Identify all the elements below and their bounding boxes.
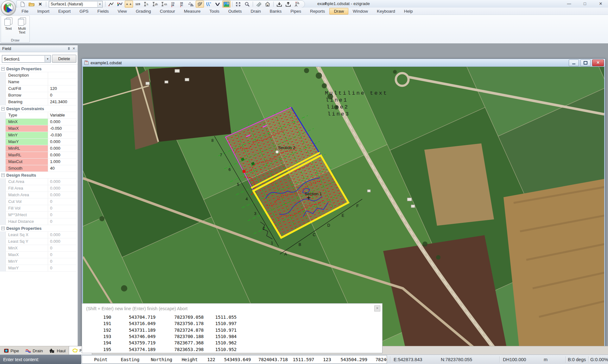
toolbar-overflow-icon[interactable]: ▾ (325, 2, 326, 5)
tab-haul[interactable]: Haul (46, 347, 69, 355)
group-header-design-properties-2[interactable]: Design Properties (0, 225, 77, 232)
menu-drain[interactable]: Drain (246, 8, 265, 15)
zoom-icon[interactable] (243, 1, 251, 8)
group-header-design-results[interactable]: Design Results (0, 172, 77, 179)
menu-grading[interactable]: Grading (131, 8, 155, 15)
label-ah-icon[interactable]: Ah (160, 1, 168, 8)
property-row[interactable]: Cut/Fill120 (0, 85, 77, 92)
menu-draw[interactable]: Draw (329, 8, 348, 15)
property-row[interactable]: MinX0 (0, 245, 77, 252)
doc-maximize-button[interactable] (580, 60, 591, 66)
surface-selector[interactable]: Surface1 (Natural) ▼ (49, 1, 103, 8)
cross-sections-icon[interactable] (255, 1, 263, 8)
menu-outlets[interactable]: Outlets (224, 8, 246, 15)
property-value[interactable]: -0.030 (48, 132, 77, 138)
delete-section-button[interactable]: Delete (52, 55, 76, 63)
tab-pipe[interactable]: Pipe (1, 347, 22, 355)
property-value[interactable]: 40 (48, 165, 77, 172)
property-value[interactable]: 0.000 (48, 145, 77, 152)
triangulation-icon[interactable] (187, 1, 195, 8)
text-button[interactable]: Text (2, 17, 15, 34)
gps-icon[interactable] (293, 1, 301, 8)
property-row[interactable]: Fill Vol0 (0, 205, 77, 212)
property-row[interactable]: TypeVariable (0, 112, 77, 119)
menu-banks[interactable]: Banks (265, 8, 286, 15)
code-labels-icon[interactable]: CODE (169, 1, 177, 8)
menu-import[interactable]: Import (33, 8, 54, 15)
doc-close-button[interactable]: ✕ (592, 60, 604, 66)
label-dh-icon[interactable]: dh (151, 1, 160, 8)
property-row[interactable]: MaxY0.000 (0, 139, 77, 145)
property-row[interactable]: Smooth40 (0, 165, 77, 172)
property-row[interactable]: Bearing241.3400 (0, 99, 77, 105)
description-labels-icon[interactable]: DESC (178, 1, 186, 8)
swales-icon[interactable] (205, 1, 213, 8)
property-value[interactable]: 1.000 (48, 159, 77, 165)
property-value[interactable]: 0.000 (48, 152, 77, 158)
group-header-design-constraints[interactable]: Design Constraints (0, 105, 77, 112)
multi-text-button[interactable]: Multi Text (16, 17, 28, 34)
property-row[interactable]: M**3/Hect0 (0, 212, 77, 218)
property-row[interactable]: MinY-0.030 (0, 132, 77, 139)
tab-drain[interactable]: Drain (22, 347, 46, 355)
property-value[interactable]: 241.3400 (48, 99, 77, 105)
property-value[interactable] (48, 72, 77, 78)
app-logo-icon[interactable] (1, 0, 16, 15)
doc-minimize-button[interactable] (569, 60, 579, 66)
pin-icon[interactable] (66, 46, 71, 51)
property-row[interactable]: MaxX-0.050 (0, 125, 77, 132)
property-row[interactable]: Fill Area0.000 (0, 185, 77, 192)
menu-pipes[interactable]: Pipes (286, 8, 306, 15)
panel-close-icon[interactable]: ✕ (71, 46, 76, 51)
property-value[interactable]: -0.050 (48, 125, 77, 132)
delete-icon[interactable]: ✕ (36, 1, 44, 8)
contours-icon[interactable] (196, 1, 204, 8)
home-icon[interactable] (263, 1, 272, 8)
close-button[interactable]: ✕ (596, 0, 605, 7)
menu-contour[interactable]: Contour (155, 8, 180, 15)
menu-help[interactable]: Help (400, 8, 417, 15)
maximize-button[interactable]: □ (580, 0, 590, 7)
property-row[interactable]: Match Area0.000 (0, 192, 77, 198)
property-row[interactable]: Cut Area0.000 (0, 179, 77, 185)
open-file-icon[interactable] (27, 1, 35, 8)
menu-gps[interactable]: GPS (75, 8, 93, 15)
property-row[interactable]: MaxY0 (0, 265, 77, 272)
property-value[interactable]: 0 (48, 92, 77, 98)
coordinate-entry-popup[interactable]: (Shift + Enter) new line (Enter) finish … (82, 303, 383, 353)
property-value[interactable]: Variable (48, 112, 77, 118)
property-value[interactable]: 0.000 (48, 139, 77, 145)
chevron-down-icon[interactable]: ▼ (97, 2, 102, 7)
group-header-design-properties[interactable]: Design Properties (0, 66, 77, 72)
property-row[interactable]: MaxRL0.000 (0, 152, 77, 159)
collapse-icon[interactable] (1, 173, 5, 177)
document-window-titlebar[interactable]: example1.cdsdat ✕ (82, 59, 605, 67)
property-row[interactable]: Least Sq X0.000 (0, 232, 77, 238)
property-row[interactable]: MinX0.000 (0, 119, 77, 125)
add-points-icon[interactable]: + + (125, 1, 133, 8)
popup-close-icon[interactable]: ✕ (374, 305, 380, 311)
collapse-icon[interactable] (1, 227, 5, 230)
draw-colored-polyline-icon[interactable] (116, 1, 124, 8)
property-row[interactable]: MaxCut1.000 (0, 159, 77, 165)
menu-measure[interactable]: Measure (180, 8, 205, 15)
property-row[interactable]: MinRL0.000 (0, 145, 77, 152)
export-icon[interactable] (284, 1, 292, 8)
section-selector[interactable]: Section1 ▼ (2, 55, 51, 63)
property-value[interactable]: 0.000 (48, 119, 77, 125)
menu-tools[interactable]: Tools (205, 8, 224, 15)
property-row[interactable]: Least Sq Y0.000 (0, 238, 77, 245)
minimize-button[interactable]: — (564, 0, 574, 7)
point-numbers-icon[interactable]: 123 (134, 1, 142, 8)
menu-export[interactable]: Export (54, 8, 75, 15)
property-row[interactable]: Name (0, 79, 77, 85)
menu-view[interactable]: View (113, 8, 131, 15)
background-image-icon[interactable] (222, 1, 231, 8)
menu-reports[interactable]: Reports (306, 8, 329, 15)
property-value[interactable]: 120 (48, 85, 77, 92)
label-height-icon[interactable]: h (142, 1, 151, 8)
field-panel-header[interactable]: Field ✕ (0, 45, 78, 52)
property-row[interactable]: Haul Distance0 (0, 218, 77, 225)
menu-fields[interactable]: Fields (93, 8, 113, 15)
menu-file[interactable]: File (17, 8, 33, 15)
